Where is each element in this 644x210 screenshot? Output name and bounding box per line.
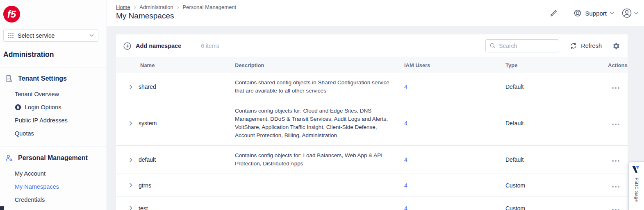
- table-row: test 4 Custom: [116, 197, 628, 210]
- section-title: Tenant Settings: [18, 75, 67, 82]
- v-logo: [632, 165, 642, 174]
- f5-logo[interactable]: f5: [3, 6, 20, 23]
- row-actions-menu[interactable]: [612, 124, 619, 125]
- building-gear-icon: [5, 75, 13, 83]
- column-header-type: Type: [505, 62, 608, 68]
- namespace-description: Contains config objects for: Load Balanc…: [235, 151, 404, 168]
- row-actions-menu[interactable]: [612, 87, 619, 89]
- service-selector[interactable]: Select service: [3, 29, 98, 42]
- breadcrumb-separator-icon: [134, 4, 136, 10]
- life-ring-icon: [573, 9, 582, 17]
- table-header-row: Name Description IAM Users Type Actions: [116, 57, 628, 73]
- table-settings-gear-icon[interactable]: [612, 42, 620, 50]
- plus-circle-icon: [123, 42, 131, 50]
- page-title: My Namespaces: [116, 11, 174, 20]
- search-input[interactable]: [499, 43, 552, 49]
- breadcrumb-administration: Administration: [139, 4, 173, 10]
- namespace-type: Custom: [505, 182, 608, 189]
- namespace-description: Contains shared config objects in Shared…: [235, 79, 404, 95]
- chevron-down-icon: [610, 12, 614, 15]
- namespace-type: Default: [505, 120, 608, 126]
- breadcrumb-home-link[interactable]: Home: [116, 4, 130, 10]
- namespace-name: test: [139, 205, 148, 210]
- sidebar-divider: [0, 68, 107, 68]
- iam-users-link[interactable]: 4: [404, 182, 407, 189]
- sidebar-item-label: Login Options: [25, 104, 61, 111]
- sidebar-section-personal-management: Personal Management: [5, 154, 88, 162]
- namespace-type: Custom: [505, 205, 608, 210]
- row-actions-menu[interactable]: [612, 160, 619, 162]
- section-title: Personal Management: [18, 154, 88, 162]
- add-namespace-button[interactable]: Add namespace: [123, 42, 181, 50]
- account-menu[interactable]: [621, 8, 638, 18]
- sidebar-item-tenant-overview[interactable]: Tenant Overview: [15, 91, 59, 97]
- support-menu[interactable]: Support: [573, 9, 614, 17]
- row-expander-icon[interactable]: [129, 84, 132, 90]
- search-icon: [489, 43, 496, 49]
- add-namespace-label: Add namespace: [136, 43, 181, 49]
- support-label: Support: [585, 10, 607, 17]
- iam-users-link[interactable]: 4: [404, 120, 407, 126]
- table-row: system Contains config objects for: Clou…: [116, 101, 628, 146]
- namespace-type: Default: [505, 156, 608, 163]
- column-header-iam-users: IAM Users: [404, 62, 505, 68]
- page-header: Home Administration Personal Management …: [107, 0, 644, 26]
- namespace-type: Default: [505, 84, 608, 90]
- table-row: gtrns 4 Custom: [116, 174, 628, 197]
- user-gear-icon: [5, 154, 13, 162]
- breadcrumb: Home Administration Personal Management: [116, 4, 236, 10]
- search-box: [485, 39, 559, 52]
- f5-logo-text: f5: [7, 9, 16, 20]
- sidebar-section-tenant-settings: Tenant Settings: [5, 75, 67, 83]
- iam-users-link[interactable]: 4: [404, 156, 407, 163]
- sidebar-item-login-options[interactable]: Login Options: [15, 104, 61, 111]
- row-expander-icon[interactable]: [129, 205, 132, 210]
- namespace-description: Contains config objects for: Cloud and E…: [235, 107, 404, 140]
- grid-icon: [8, 32, 14, 38]
- row-expander-icon[interactable]: [129, 121, 132, 126]
- column-header-name: Name: [116, 62, 235, 68]
- sage-flyout-tab[interactable]: F5DC Sage: [628, 161, 644, 210]
- iam-users-link[interactable]: 4: [404, 84, 407, 90]
- breadcrumb-separator-icon: [177, 4, 179, 10]
- table-row: shared Contains shared config objects in…: [116, 73, 628, 101]
- namespace-name: system: [139, 120, 157, 126]
- sidebar-item-my-account[interactable]: My Account: [15, 170, 46, 177]
- sidebar-divider: [0, 147, 107, 147]
- row-actions-menu[interactable]: [612, 209, 619, 210]
- table-row: default Contains config objects for: Loa…: [116, 146, 628, 174]
- avatar-icon: [621, 8, 632, 18]
- namespace-name: shared: [139, 84, 156, 90]
- sidebar-item-quotas[interactable]: Quotas: [15, 130, 34, 137]
- table-toolbar: Add namespace 6 items Refres: [116, 34, 628, 57]
- sage-tab-label: F5DC Sage: [634, 178, 639, 202]
- refresh-icon: [570, 42, 577, 50]
- lock-circle-icon: [15, 104, 21, 111]
- column-header-description: Description: [235, 62, 404, 68]
- column-header-actions: Actions: [608, 62, 635, 68]
- items-count: 6 items: [201, 43, 219, 49]
- sidebar-heading: Administration: [3, 50, 54, 59]
- service-selector-label: Select service: [18, 32, 89, 39]
- sidebar-item-credentials[interactable]: Credentials: [15, 196, 45, 203]
- sidebar-bottom-bar: [0, 206, 4, 210]
- sidebar: f5 Select service Administration: [0, 0, 107, 210]
- row-actions-menu[interactable]: [612, 186, 619, 187]
- header-divider: [566, 8, 566, 18]
- namespaces-card: Add namespace 6 items Refres: [116, 34, 628, 210]
- breadcrumb-personal-management: Personal Management: [182, 4, 236, 10]
- iam-users-link[interactable]: 4: [404, 205, 407, 210]
- brush-icon[interactable]: [549, 9, 558, 18]
- namespace-name: default: [139, 156, 156, 163]
- refresh-label: Refresh: [581, 43, 602, 49]
- sidebar-item-my-namespaces[interactable]: My Namespaces: [15, 183, 59, 190]
- refresh-button[interactable]: Refresh: [570, 42, 602, 50]
- row-expander-icon[interactable]: [129, 183, 132, 188]
- chevron-down-icon: [89, 34, 94, 37]
- sidebar-item-public-ip-addresses[interactable]: Public IP Addresses: [15, 117, 68, 124]
- chevron-down-icon: [634, 12, 638, 15]
- namespace-name: gtrns: [139, 182, 151, 189]
- row-expander-icon[interactable]: [129, 157, 132, 163]
